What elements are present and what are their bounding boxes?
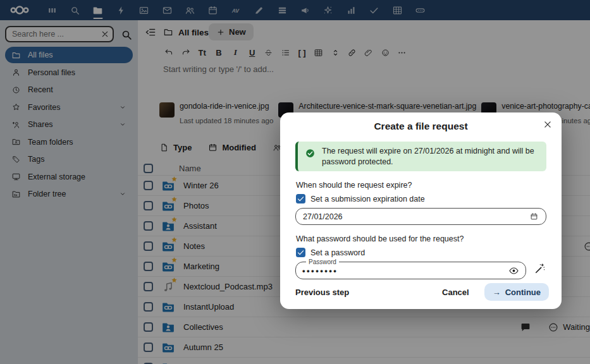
expiration-checkbox-label: Set a submission expiration date [310, 195, 425, 203]
success-note: The request will expire on 27/01/2026 at… [295, 142, 546, 171]
password-input[interactable]: Password •••••••• [295, 258, 526, 279]
expire-question: When should the request expire? [296, 181, 546, 190]
continue-button[interactable]: → Continue [484, 283, 549, 301]
generate-password-icon[interactable] [534, 262, 546, 275]
expiration-date-input[interactable]: 27/01/2026 [295, 208, 546, 225]
dialog-footer: Previous step Cancel → Continue [295, 283, 549, 301]
arrow-right-icon: → [493, 288, 501, 297]
calendar-picker-icon[interactable] [529, 212, 539, 221]
check-circle-icon [305, 148, 316, 159]
password-checkbox[interactable] [296, 248, 305, 257]
password-value[interactable]: •••••••• [302, 266, 338, 276]
close-icon[interactable] [542, 119, 553, 130]
cancel-button[interactable]: Cancel [442, 288, 469, 297]
previous-step-button[interactable]: Previous step [295, 288, 349, 297]
password-question: What password should be used for the req… [296, 234, 546, 243]
dialog-title: Create a file request [280, 121, 562, 132]
password-checkbox-label: Set a password [310, 248, 365, 257]
expiration-checkbox[interactable] [296, 194, 305, 203]
nextcloud-files-screen: All files Personal files Recent [0, 0, 590, 364]
show-password-icon[interactable] [508, 265, 519, 276]
file-request-dialog: Create a file request The request will e… [280, 112, 562, 309]
